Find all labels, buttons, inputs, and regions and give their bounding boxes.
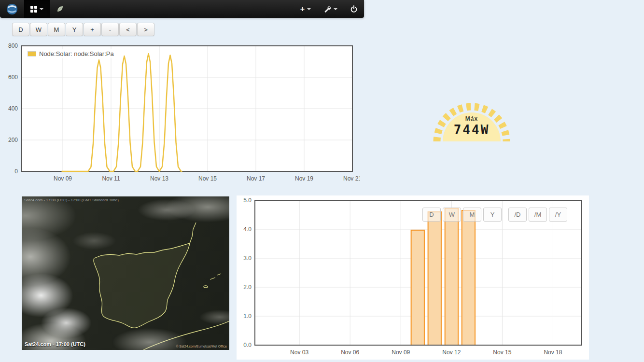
top-navbar: + bbox=[0, 0, 364, 18]
emoncms-logo[interactable] bbox=[0, 0, 24, 18]
emoncms-globe-icon bbox=[6, 3, 18, 15]
energy-bar bbox=[411, 230, 424, 345]
daily-energy-bar-chart-panel[interactable]: Nov 03Nov 06Nov 09Nov 12Nov 15Nov 180.01… bbox=[237, 195, 589, 360]
pan-left-button[interactable]: < bbox=[119, 23, 137, 36]
interval-year-button[interactable]: /Y bbox=[549, 208, 567, 222]
x-tick-label: Nov 19 bbox=[295, 175, 313, 182]
sun-max-label: Máx bbox=[465, 115, 478, 122]
x-tick-label: Nov 15 bbox=[493, 349, 511, 356]
zoom-out-button[interactable]: - bbox=[101, 23, 119, 36]
plus-icon: + bbox=[300, 5, 305, 13]
range-day-button[interactable]: D bbox=[12, 23, 29, 36]
x-tick-label: Nov 21 bbox=[343, 175, 360, 182]
navbar-left-group bbox=[0, 0, 70, 18]
y-tick-label: 1.0 bbox=[243, 313, 252, 320]
y-tick-label: 0 bbox=[14, 168, 18, 175]
x-tick-label: Nov 12 bbox=[442, 349, 461, 356]
dashboard-page: + D W M Y + - < > bbox=[0, 0, 644, 362]
cloud-layer bbox=[22, 196, 229, 350]
y-tick-label: 3.0 bbox=[243, 255, 252, 262]
y-tick-label: 800 bbox=[8, 43, 18, 49]
navbar-right-group: + bbox=[294, 0, 364, 18]
chevron-down-icon bbox=[40, 8, 43, 10]
legend-swatch bbox=[28, 51, 36, 56]
setup-menu-button[interactable] bbox=[317, 0, 344, 18]
range-week-button[interactable]: W bbox=[30, 23, 47, 36]
y-tick-label: 2.0 bbox=[243, 284, 252, 291]
x-tick-label: Nov 11 bbox=[102, 175, 120, 182]
range-year-button[interactable]: Y bbox=[66, 23, 83, 36]
wrench-icon bbox=[323, 5, 331, 13]
time-range-toolbar: D W M Y + - < > bbox=[12, 23, 154, 36]
power-icon bbox=[350, 5, 358, 13]
y-tick-label: 5.0 bbox=[243, 197, 252, 204]
sun-max-value: 744W bbox=[454, 123, 490, 137]
pan-right-button[interactable]: > bbox=[137, 23, 154, 36]
y-tick-label: 4.0 bbox=[243, 226, 252, 233]
interval-day-button[interactable]: /D bbox=[508, 208, 527, 222]
grid-apps-icon bbox=[30, 6, 37, 13]
y-tick-label: 0.0 bbox=[243, 342, 252, 348]
logout-button[interactable] bbox=[344, 0, 364, 18]
satellite-copyright: © Sat24.com/Eumetsat/Met Office bbox=[176, 345, 227, 348]
bar-range-month-button[interactable]: M bbox=[463, 208, 481, 222]
y-tick-label: 200 bbox=[8, 137, 18, 143]
interval-month-button[interactable]: /M bbox=[529, 208, 547, 222]
y-tick-label: 600 bbox=[8, 74, 18, 81]
leaf-icon bbox=[56, 5, 64, 13]
x-tick-label: Nov 06 bbox=[341, 349, 359, 356]
chevron-down-icon bbox=[307, 8, 311, 10]
satellite-source-caption: Sat24.com - 17:00 (UTC) bbox=[25, 341, 85, 347]
legend-label: Node:Solar: node:Solar:Pa bbox=[39, 50, 114, 57]
range-month-button[interactable]: M bbox=[48, 23, 65, 36]
add-widget-button[interactable]: + bbox=[294, 0, 317, 18]
x-tick-label: Nov 03 bbox=[290, 349, 308, 356]
solar-power-line-chart[interactable]: Nov 09Nov 11Nov 13Nov 15Nov 17Nov 19Nov … bbox=[2, 43, 360, 188]
zoom-in-button[interactable]: + bbox=[84, 23, 101, 36]
x-tick-label: Nov 18 bbox=[544, 349, 562, 356]
x-tick-label: Nov 09 bbox=[392, 349, 410, 356]
leaf-menu-button[interactable] bbox=[50, 0, 70, 18]
apps-menu-button[interactable] bbox=[24, 0, 50, 18]
x-tick-label: Nov 17 bbox=[247, 175, 265, 182]
line-chart-canvas: Nov 09Nov 11Nov 13Nov 15Nov 17Nov 19Nov … bbox=[2, 43, 360, 188]
bar-range-week-button[interactable]: W bbox=[443, 208, 461, 222]
x-tick-label: Nov 09 bbox=[54, 175, 72, 182]
energy-bar bbox=[445, 208, 458, 345]
y-tick-label: 400 bbox=[8, 105, 18, 112]
satellite-image-widget: Sat24.com - 17:00 (UTC) - 17:00 (GMT Sta… bbox=[22, 196, 229, 350]
max-power-sun-gauge: Máx 744W bbox=[426, 98, 518, 144]
energy-bar bbox=[462, 210, 475, 345]
bar-range-day-button[interactable]: D bbox=[422, 208, 441, 222]
chevron-down-icon bbox=[334, 8, 337, 10]
x-tick-label: Nov 15 bbox=[198, 175, 217, 182]
chart-legend: Node:Solar: node:Solar:Pa bbox=[27, 49, 117, 58]
bar-range-year-button[interactable]: Y bbox=[483, 208, 502, 222]
energy-bar bbox=[428, 212, 441, 345]
x-tick-label: Nov 13 bbox=[150, 175, 168, 182]
satellite-top-caption: Sat24.com - 17:00 (UTC) - 17:00 (GMT Sta… bbox=[24, 198, 119, 202]
